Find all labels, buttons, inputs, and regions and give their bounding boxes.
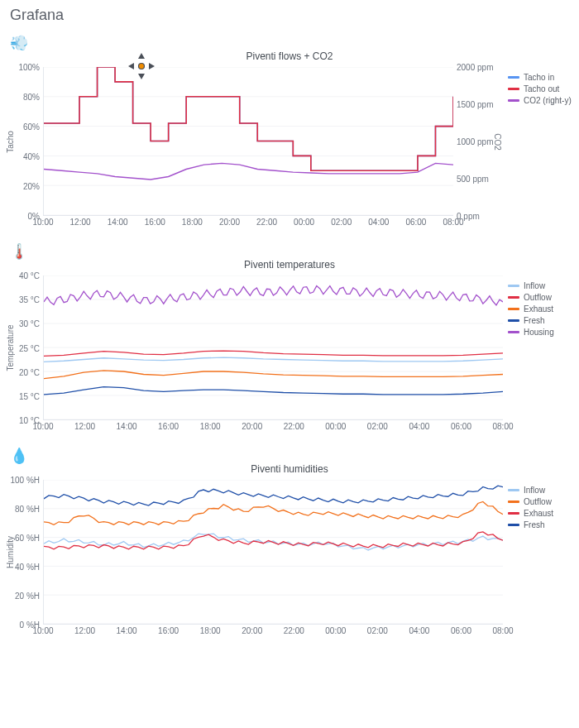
panel-title: Piventi flows + CO2 — [5, 31, 574, 67]
svg-marker-1 — [138, 74, 145, 79]
legend-item[interactable]: Exhaust — [508, 509, 572, 518]
panel-humidities: 💧 Piventi humidities Humidity 0 %H20 %H4… — [5, 443, 574, 639]
humidity-icon: 💧 — [10, 447, 28, 465]
legend-item[interactable]: Inflow — [508, 281, 572, 290]
svg-marker-2 — [128, 63, 134, 69]
legend-item[interactable]: Outflow — [508, 497, 572, 506]
legend-item[interactable]: Fresh — [508, 520, 572, 529]
legend-item[interactable]: Exhaust — [508, 304, 572, 314]
fan-icon: 💨 — [10, 34, 28, 52]
legend-item[interactable]: Tacho in — [508, 73, 572, 82]
y-axis-label: Temperature — [5, 275, 15, 420]
y-axis-ticks: 0 %H20 %H40 %H60 %H80 %H100 %H — [15, 480, 43, 625]
panel-title: Piventi temperatures — [5, 239, 574, 275]
chart-plot-area[interactable] — [43, 67, 453, 216]
y-axis-label-left: Tacho — [5, 67, 15, 216]
y-axis-ticks-right: 0 ppm500 ppm1000 ppm1500 ppm2000 ppm — [453, 67, 491, 216]
legend-item[interactable]: Tacho out — [508, 84, 572, 93]
y-axis-ticks: 10 °C15 °C20 °C25 °C30 °C35 °C40 °C — [15, 275, 43, 420]
legend-item[interactable]: Inflow — [508, 486, 572, 495]
y-axis-label-right: CO2 — [491, 67, 503, 216]
panel-title: Piventi humidities — [5, 443, 574, 480]
legend-item[interactable]: Outflow — [508, 293, 572, 302]
y-axis-ticks-left: 0%20%40%60%80%100% — [15, 67, 43, 216]
y-axis-label: Humidity — [5, 480, 15, 625]
svg-point-4 — [139, 64, 145, 69]
page-title: Grafana — [0, 0, 579, 27]
legend-item[interactable]: Fresh — [508, 316, 572, 325]
legend-item[interactable]: CO2 (right-y) — [508, 96, 572, 105]
x-axis: 10:0012:0014:0016:0018:0020:0022:0000:00… — [43, 625, 503, 639]
chart-legend: Tacho inTacho outCO2 (right-y) — [503, 67, 574, 231]
chart-plot-area[interactable] — [43, 275, 503, 420]
chart-legend: InflowOutflowExhaustFresh — [503, 480, 574, 639]
svg-marker-0 — [138, 53, 145, 59]
x-axis: 10:0012:0014:0016:0018:0020:0022:0000:00… — [43, 216, 453, 231]
chart-legend: InflowOutflowExhaustFreshHousing — [503, 275, 574, 435]
pan-control[interactable] — [127, 52, 156, 80]
svg-marker-3 — [149, 63, 155, 69]
thermometer-icon: 🌡️ — [10, 242, 28, 261]
x-axis: 10:0012:0014:0016:0018:0020:0022:0000:00… — [43, 420, 503, 435]
legend-item[interactable]: Housing — [508, 328, 572, 337]
panel-flows: 💨 Piventi flows + CO2 Tacho 0%20%40%60%8… — [5, 31, 574, 231]
panel-temperatures: 🌡️ Piventi temperatures Temperature 10 °… — [5, 239, 574, 435]
chart-plot-area[interactable] — [43, 480, 503, 625]
